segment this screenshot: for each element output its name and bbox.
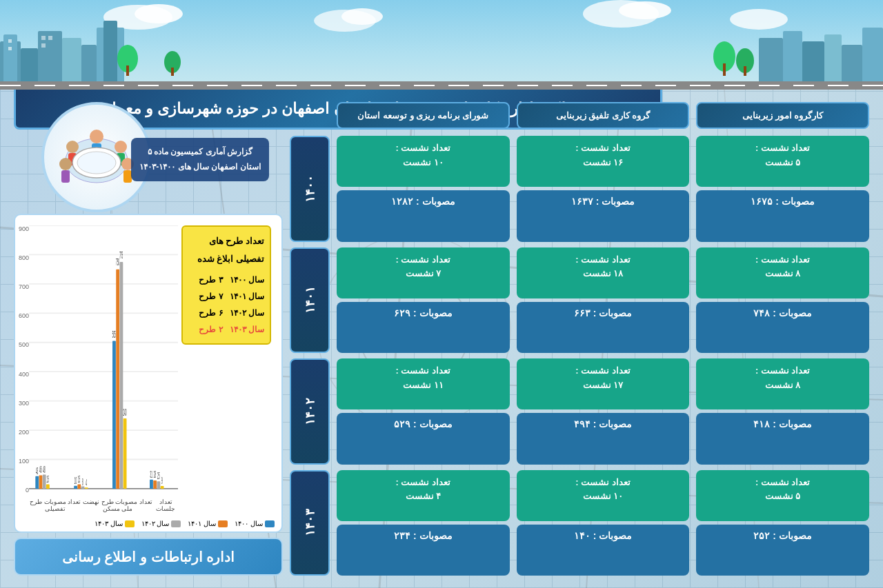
svg-rect-17: [41, 36, 46, 40]
svg-point-47: [90, 130, 103, 143]
col-planning-1400: تعداد نشست : ۱۰ نشست مصوبات : ۱۲۸۲: [337, 136, 510, 242]
svg-rect-93: [150, 480, 153, 489]
sessions-box-1402-pc: تعداد نشست : ۱۱ نشست: [337, 358, 510, 409]
col-integration-1400: تعداد نشست : ۱۶ نشست مصوبات : ۱۶۳۷: [517, 136, 690, 242]
legend-label-1401: سال ۱۴۰۱: [188, 520, 216, 527]
svg-text:8: 8: [82, 476, 83, 487]
svg-rect-69: [35, 476, 39, 489]
col-header-planning: شورای برنامه ریزی و توسعه استان: [337, 102, 510, 129]
sessions-box-1400-wg: تعداد نشست : ۵ نشست: [696, 136, 869, 187]
decisions-box-1401-ig: مصوبات : ۶۶۳: [517, 302, 690, 353]
svg-point-3: [341, 8, 383, 25]
decisions-box-1402-pc: مصوبات : ۵۲۹: [337, 413, 510, 464]
bar-chart-svg: 43 46 48 15 10 15 8 4 505 750 775 240 31…: [29, 225, 178, 494]
x-label-nahzat: تعداد مصوبات طرح نهضت ملی مسکن: [81, 498, 154, 512]
svg-rect-95: [157, 481, 160, 489]
year-header-spacer: [290, 102, 330, 129]
svg-rect-29: [171, 68, 174, 76]
decisions-box-1400-ig: مصوبات : ۱۶۳۷: [517, 190, 690, 241]
svg-text:15: 15: [47, 474, 49, 485]
col-header-work-group: کارگروه امور زیربنایی: [696, 102, 869, 129]
sessions-box-1401-wg: تعداد نشست : ۸ نشست: [696, 247, 869, 298]
decisions-box-1402-ig: مصوبات : ۴۹۴: [517, 413, 690, 464]
col-planning-1401: تعداد نشست : ۷ نشست مصوبات : ۶۲۹: [337, 247, 510, 354]
svg-rect-18: [48, 36, 52, 40]
sessions-box-1403-ig: تعداد نشست : ۱۰ نشست: [517, 470, 690, 521]
data-row-1402: تعداد نشست : ۸ نشست مصوبات : ۴۱۸ تعداد ن…: [290, 358, 869, 465]
decisions-box-1402-wg: مصوبات : ۴۱۸: [696, 413, 869, 464]
info-box-label: اداره ارتباطات و اطلاع رسانی: [62, 549, 235, 565]
chart-title-text: تعداد طرح های تفصیلی ابلاغ شده: [188, 232, 264, 268]
chart-container: تعداد طرح های تفصیلی ابلاغ شده سال ۱۴۰۰ …: [14, 214, 283, 533]
col-work-group-1402: تعداد نشست : ۸ نشست مصوبات : ۴۱۸: [696, 358, 869, 465]
svg-rect-34: [0, 81, 883, 90]
svg-rect-31: [723, 63, 726, 76]
sessions-box-1403-pc: تعداد نشست : ۴ نشست: [337, 470, 510, 521]
svg-point-51: [115, 141, 127, 153]
col-work-group-1401: تعداد نشست : ۸ نشست مصوبات : ۷۴۸: [696, 247, 869, 354]
report-label-box: گزارش آماری کمیسیون ماده ۵ استان اصفهان …: [131, 138, 269, 181]
sessions-box-1400-pc: تعداد نشست : ۱۰ نشست: [337, 136, 510, 187]
year-badge-1400: ۱۴۰۰: [290, 136, 330, 242]
sessions-box-1402-ig: تعداد نشست : ۱۷ نشست: [517, 358, 690, 409]
year-1402-row: سال ۱۴۰۲ ۶ طرح: [188, 305, 264, 321]
svg-rect-70: [39, 475, 43, 488]
legend-1403: سال ۱۴۰۳: [95, 520, 135, 527]
legend-label-1403: سال ۱۴۰۳: [95, 520, 123, 527]
svg-point-6: [730, 9, 788, 30]
sessions-box-1401-pc: تعداد نشست : ۷ نشست: [337, 247, 510, 298]
svg-rect-71: [43, 475, 46, 489]
svg-rect-15: [8, 39, 12, 43]
sessions-box-1400-ig: تعداد نشست : ۱۶ نشست: [517, 136, 690, 187]
svg-text:775: 775: [119, 250, 123, 260]
svg-rect-88: [123, 418, 127, 489]
svg-text:43: 43: [36, 465, 38, 476]
svg-point-1: [135, 4, 183, 23]
svg-text:15: 15: [78, 474, 80, 485]
year-1400-row: سال ۱۴۰۰ ۳ طرح: [188, 272, 264, 288]
report-label-text: گزارش آماری کمیسیون ماده ۵ استان اصفهان …: [139, 147, 260, 172]
year-1401-row: سال ۱۴۰۱ ۷ طرح: [188, 288, 264, 305]
year-badge-1403: ۱۴۰۳: [290, 470, 330, 576]
svg-rect-85: [112, 341, 116, 489]
svg-point-5: [619, 1, 671, 19]
svg-text:505: 505: [112, 329, 116, 339]
svg-text:46: 46: [39, 464, 41, 474]
decisions-box-1403-ig: مصوبات : ۱۴۰: [517, 525, 690, 576]
chart-title-box: تعداد طرح های تفصیلی ابلاغ شده سال ۱۴۰۰ …: [181, 225, 271, 345]
svg-text:28: 28: [154, 469, 156, 480]
svg-rect-77: [74, 486, 77, 489]
svg-point-53: [59, 158, 72, 170]
col-work-group-1403: تعداد نشست : ۵ نشست مصوبات : ۲۵۲: [696, 470, 869, 576]
legend-1402: سال ۱۴۰۲: [141, 520, 181, 527]
year-badge-1401: ۱۴۰۱: [290, 247, 330, 354]
svg-rect-86: [116, 270, 119, 489]
decisions-box-1401-wg: مصوبات : ۷۴۸: [696, 302, 869, 353]
city-header: [0, 0, 883, 90]
sessions-box-1402-wg: تعداد نشست : ۸ نشست: [696, 358, 869, 409]
svg-rect-96: [161, 486, 164, 489]
info-box: اداره ارتباطات و اطلاع رسانی: [14, 538, 283, 576]
svg-point-58: [77, 152, 116, 174]
data-row-1403: تعداد نشست : ۵ نشست مصوبات : ۲۵۲ تعداد ن…: [290, 470, 869, 576]
y-axis-labels: 900 800 700 600 500 400 300 200 100 0: [19, 225, 29, 494]
sessions-box-1403-wg: تعداد نشست : ۵ نشست: [696, 470, 869, 521]
x-axis-labels: تعداد جلسات تعداد مصوبات طرح نهضت ملی مس…: [29, 498, 178, 512]
legend-1400: سال ۱۴۰۰: [235, 520, 275, 527]
columns-header: کارگروه امور زیربنایی گروه کاری تلفیق زی…: [290, 102, 869, 129]
svg-text:10: 10: [75, 475, 77, 485]
col-integration-1402: تعداد نشست : ۱۷ نشست مصوبات : ۴۹۴: [517, 358, 690, 465]
year-badge-1402: ۱۴۰۲: [290, 358, 330, 465]
year-1403-row: سال ۱۴۰۳ ۲ طرح: [188, 321, 264, 338]
decisions-box-1400-wg: مصوبات : ۱۶۷۵: [696, 190, 869, 241]
decisions-box-1403-pc: مصوبات : ۲۳۴: [337, 525, 510, 576]
decisions-box-1403-wg: مصوبات : ۲۵۲: [696, 525, 869, 576]
svg-rect-78: [77, 485, 81, 489]
svg-rect-25: [862, 28, 883, 90]
svg-rect-33: [744, 66, 746, 76]
svg-text:4: 4: [86, 478, 87, 488]
svg-text:25: 25: [157, 470, 159, 480]
data-panel: کارگروه امور زیربنایی گروه کاری تلفیق زی…: [290, 102, 869, 576]
col-planning-1403: تعداد نشست : ۴ نشست مصوبات : ۲۳۴: [337, 470, 510, 576]
svg-text:48: 48: [43, 464, 45, 474]
